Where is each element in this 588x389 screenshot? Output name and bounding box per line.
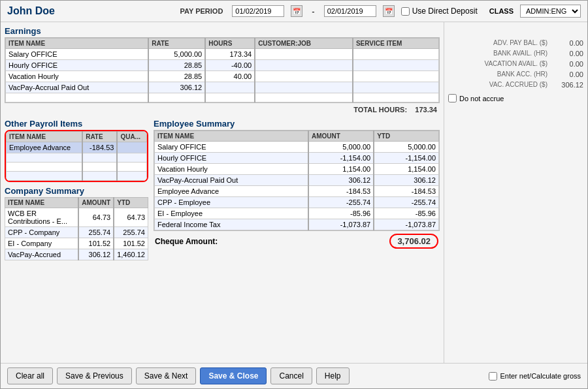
table-row[interactable]: Employee Advance -184.53 -184.53 [155, 186, 439, 197]
item-rate: 28.85 [148, 71, 205, 82]
cheque-amount: 3,706.02 [389, 234, 438, 249]
pay-period-label: PAY PERIOD [180, 7, 223, 15]
class-select[interactable]: ADMIN:ENG [520, 5, 581, 18]
table-row[interactable]: EI - Company 101.52 101.52 [5, 238, 148, 249]
table-row[interactable] [7, 163, 147, 172]
item-name: Salary OFFICE [155, 142, 309, 153]
item-ytd: 101.52 [114, 238, 148, 249]
col-service-item: SERVICE ITEM [353, 39, 439, 49]
enter-net-checkbox[interactable] [489, 372, 497, 381]
table-row[interactable]: Hourly OFFICE 28.85 -40.00 [6, 60, 439, 71]
table-row[interactable]: Federal Income Tax -1,073.87 -1,073.87 [155, 219, 439, 230]
footer-bar: Clear all Save & Previous Save & Next Sa… [1, 363, 587, 388]
help-button[interactable]: Help [316, 367, 350, 384]
col-item-name: ITEM NAME [5, 198, 79, 208]
save-next-button[interactable]: Save & Next [136, 367, 197, 384]
item-ytd: -85.96 [374, 208, 438, 219]
item-amount: 306.12 [78, 249, 114, 260]
item-si [353, 49, 439, 60]
item-hours: 173.34 [205, 49, 255, 60]
date-separator: - [312, 7, 314, 16]
table-row[interactable]: CPP - Company 255.74 255.74 [5, 227, 148, 238]
item-ytd: 5,000.00 [374, 142, 438, 153]
table-row[interactable] [7, 172, 147, 181]
table-row[interactable]: VacPay-Accrued 306.12 1,460.12 [5, 249, 148, 260]
right-panel: ADV. PAY BAL. ($) 0.00 BANK AVAIL. (HR) … [444, 22, 587, 363]
item-name: Employee Advance [155, 186, 309, 197]
table-row[interactable]: Vacation Hourly 1,154.00 1,154.00 [155, 164, 439, 175]
item-name: Federal Income Tax [155, 219, 309, 230]
earnings-table: ITEM NAME RATE HOURS CUSTOMER:JOB SERVIC… [5, 38, 439, 102]
table-row[interactable]: Salary OFFICE 5,000.00 5,000.00 [155, 142, 439, 153]
total-hours-row: TOTAL HOURS: 173.34 [5, 104, 440, 115]
calendar-start-icon[interactable]: 📅 [291, 5, 302, 17]
item-name: EI - Company [5, 238, 79, 249]
calendar-end-icon[interactable]: 📅 [383, 5, 395, 17]
item-si [353, 82, 439, 93]
item-amount: -1,154.00 [308, 153, 374, 164]
item-hours [205, 82, 255, 93]
cancel-button[interactable]: Cancel [270, 367, 312, 384]
item-qty [117, 142, 146, 153]
direct-deposit-checkbox[interactable] [401, 7, 410, 16]
employee-summary-table: ITEM NAME AMOUNT YTD Salary OFFICE 5,000… [154, 131, 439, 230]
item-si [353, 60, 439, 71]
item-name: CPP - Company [5, 227, 79, 238]
table-row[interactable]: VacPay-Accrual Paid Out 306.12 [6, 82, 439, 93]
item-amount: 64.73 [78, 208, 114, 227]
earnings-title: Earnings [5, 26, 440, 36]
other-payroll-table: ITEM NAME RATE QUA... Employee Advance -… [6, 131, 147, 181]
do-not-accrue-checkbox[interactable] [448, 94, 457, 102]
total-hours-label: TOTAL HOURS: [353, 106, 407, 114]
item-name: Vacation Hourly [155, 164, 309, 175]
enter-net-area: Enter net/Calculate gross [489, 372, 581, 381]
other-payroll-title: Other Payroll Items [5, 119, 148, 129]
table-row[interactable]: Salary OFFICE 5,000.00 173.34 [6, 49, 439, 60]
bank-avail-value: 0.00 [547, 50, 583, 57]
col-rate: RATE [148, 39, 205, 49]
table-row[interactable]: EI - Employee -85.96 -85.96 [155, 208, 439, 219]
item-ytd: 1,154.00 [374, 164, 438, 175]
vac-accrued-row: VAC. ACCRUED ($) 306.12 [448, 80, 583, 90]
table-row[interactable]: WCB ER Contributions - E... 64.73 64.73 [5, 208, 148, 227]
table-row[interactable]: Employee Advance -184.53 [7, 142, 147, 153]
left-panel: Earnings ITEM NAME RATE HOURS CUSTOMER:J… [1, 22, 444, 363]
table-row[interactable]: Hourly OFFICE -1,154.00 -1,154.00 [155, 153, 439, 164]
vac-accrued-value: 306.12 [547, 81, 583, 89]
table-row[interactable] [7, 153, 147, 163]
table-row[interactable]: CPP - Employee -255.74 -255.74 [155, 197, 439, 208]
earnings-table-wrap: ITEM NAME RATE HOURS CUSTOMER:JOB SERVIC… [5, 37, 440, 103]
earnings-section: Earnings ITEM NAME RATE HOURS CUSTOMER:J… [5, 25, 440, 115]
clear-all-button[interactable]: Clear all [7, 367, 53, 384]
company-summary-table: ITEM NAME AMOUNT YTD WCB ER Contribution… [5, 197, 148, 260]
total-hours-value: 173.34 [415, 106, 437, 114]
item-ytd: -255.74 [374, 197, 438, 208]
col-item-name: ITEM NAME [7, 132, 83, 142]
item-amount: 101.52 [78, 238, 114, 249]
bank-acc-value: 0.00 [547, 70, 583, 78]
table-row[interactable]: VacPay-Accrual Paid Out 306.12 306.12 [155, 175, 439, 186]
vacation-avail-row: VACATION AVAIL. ($) 0.00 [448, 59, 583, 69]
item-ytd: 64.73 [114, 208, 148, 227]
item-amount: 255.74 [78, 227, 114, 238]
item-rate: 5,000.00 [148, 49, 205, 60]
item-cj [255, 71, 353, 82]
item-name: WCB ER Contributions - E... [5, 208, 79, 227]
pay-period-start-input[interactable] [232, 5, 284, 17]
item-name: CPP - Employee [155, 197, 309, 208]
save-close-button[interactable]: Save & Close [200, 367, 267, 384]
item-amount: -255.74 [308, 197, 374, 208]
cheque-label: Cheque Amount: [155, 237, 218, 246]
pay-period-end-input[interactable] [324, 5, 376, 17]
other-payroll-table-wrap: ITEM NAME RATE QUA... Employee Advance -… [5, 130, 148, 182]
main-window: John Doe PAY PERIOD 📅 - 📅 Use Direct Dep… [0, 0, 588, 389]
save-previous-button[interactable]: Save & Previous [57, 367, 132, 384]
table-row[interactable] [6, 93, 439, 102]
col-ytd: YTD [114, 198, 148, 208]
bank-avail-row: BANK AVAIL. (HR) 0.00 [448, 48, 583, 59]
table-row[interactable]: Vacation Hourly 28.85 40.00 [6, 71, 439, 82]
item-rate: 28.85 [148, 60, 205, 71]
adv-pay-bal-value: 0.00 [547, 39, 583, 47]
item-name: EI - Employee [155, 208, 309, 219]
item-name: Employee Advance [7, 142, 83, 153]
